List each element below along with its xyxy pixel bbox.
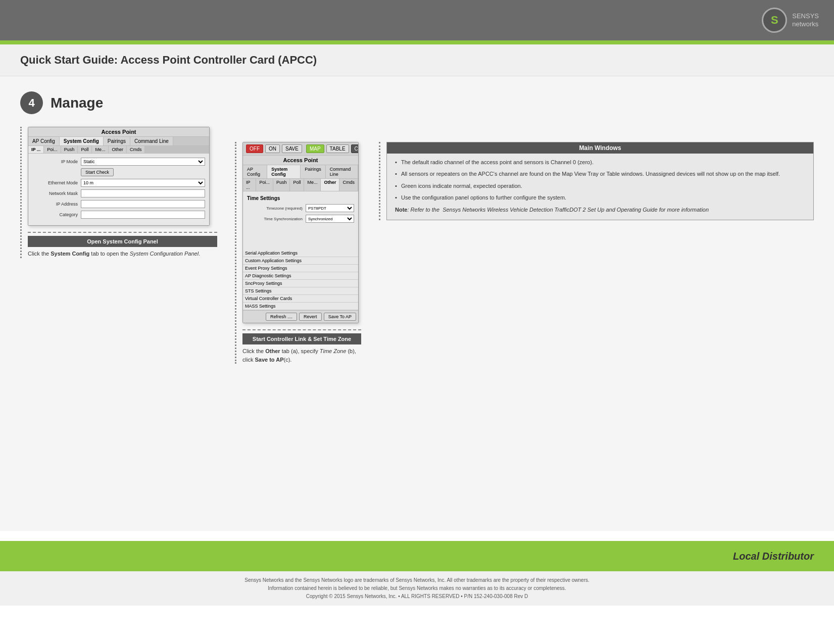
- toolbar-map-btn[interactable]: MAP: [306, 144, 324, 153]
- callout-middle-header: Start Controller Link & Set Time Zone: [242, 333, 361, 344]
- ap-subtab-poi-1[interactable]: Poi...: [44, 146, 61, 153]
- ip-mode-row: IP Mode Static: [32, 158, 205, 166]
- revert-button[interactable]: Revert: [299, 313, 322, 321]
- ap-tab-pairings-1[interactable]: Pairings: [104, 137, 130, 145]
- toolbar-off-btn[interactable]: OFF: [246, 144, 263, 153]
- ap-subtab-me-2[interactable]: Me...: [304, 179, 321, 191]
- callout-left: Open System Config Panel Click the Syste…: [28, 236, 217, 258]
- start-check-row: Start Check: [32, 168, 205, 176]
- ap-toolbar-2: OFF ON SAVE MAP TABLE CONFIG: [243, 142, 358, 156]
- ap-tabs-1: AP Config System Config Pairings Command…: [28, 137, 209, 146]
- logo-s-icon: S: [771, 14, 778, 27]
- list-item-sncproxy[interactable]: SncProxy Settings: [243, 280, 358, 287]
- start-check-button[interactable]: Start Check: [81, 168, 114, 176]
- timesync-select[interactable]: Synchronized: [306, 215, 354, 223]
- ap-tab-cmdline-2[interactable]: Command Line: [326, 165, 358, 178]
- ap-title-2: Access Point: [243, 156, 358, 165]
- list-item-sts[interactable]: STS Settings: [243, 287, 358, 295]
- step-label: Manage: [51, 95, 103, 111]
- ap-subtab-ip-2[interactable]: IP ...: [243, 179, 256, 191]
- ap-subtab-other-2[interactable]: Other: [321, 179, 339, 191]
- main-windows-list: The default radio channel of the access …: [395, 159, 805, 202]
- ip-address-label: IP Address: [32, 202, 78, 207]
- distributor-label: Local Distributor: [733, 551, 814, 562]
- category-input[interactable]: [81, 211, 205, 219]
- page-title: Quick Start Guide: Access Point Controll…: [20, 54, 814, 67]
- header-top: S SENSYS networks: [0, 0, 834, 40]
- logo-text: SENSYS networks: [792, 12, 819, 28]
- footer-bottom: Sensys Networks and the Sensys Networks …: [0, 571, 834, 606]
- ap-window-1: Access Point AP Config System Config Pai…: [28, 127, 210, 226]
- list-item-virtual[interactable]: Virtual Controller Cards: [243, 295, 358, 303]
- step-number: 4: [20, 91, 43, 114]
- mw-item-2: All sensors or repeaters on the APCC's c…: [395, 170, 805, 178]
- ap-tab-cmdline-1[interactable]: Command Line: [130, 137, 173, 145]
- ap-subtab-me-1[interactable]: Me...: [92, 146, 109, 153]
- ap-subtab-push-2[interactable]: Push: [273, 179, 290, 191]
- ip-mode-select[interactable]: Static: [81, 158, 205, 166]
- toolbar-save-btn[interactable]: SAVE: [282, 144, 302, 153]
- logo-area: S SENSYS networks: [762, 8, 819, 33]
- ap-subtabs-2: IP ... Poi... Push Poll Me... Other Cmds: [243, 179, 358, 191]
- ap-subtab-cmds-2[interactable]: Cmds: [339, 179, 358, 191]
- right-column: Main Windows The default radio channel o…: [379, 142, 814, 220]
- callout-left-text: Click the System Config tab to open the …: [28, 250, 217, 258]
- ap-body-2: Time Settings Timezone (required) PST8PD…: [243, 191, 358, 250]
- ap-tab-sysconfig-2[interactable]: System Config: [267, 165, 301, 178]
- green-bar-top: [0, 40, 834, 44]
- main-content: 4 Manage Access Point AP Config System C…: [0, 76, 834, 531]
- toolbar-on-btn[interactable]: ON: [265, 144, 280, 153]
- ap-tab-sysconfig-1[interactable]: System Config: [60, 137, 104, 145]
- ethernet-mode-select[interactable]: 10 m: [81, 179, 205, 187]
- footer-line1: Sensys Networks and the Sensys Networks …: [20, 576, 814, 584]
- ip-address-row: IP Address: [32, 200, 205, 208]
- ap-subtab-ip-1[interactable]: IP ...: [28, 146, 44, 153]
- mw-item-1: The default radio channel of the access …: [395, 159, 805, 166]
- ap-list-2: Serial Application Settings Custom Appli…: [243, 250, 358, 310]
- ip-address-input[interactable]: [81, 200, 205, 208]
- left-column: Access Point AP Config System Config Pai…: [20, 127, 217, 258]
- middle-column: OFF ON SAVE MAP TABLE CONFIG Access Poin…: [235, 142, 361, 364]
- timesync-row: Time Synchronization Synchronized: [247, 215, 354, 223]
- callout-left-header: Open System Config Panel: [28, 236, 217, 247]
- footer-green: Local Distributor: [0, 541, 834, 571]
- step-badge: 4 Manage: [20, 91, 103, 114]
- ap-subtabs-1: IP ... Poi... Push Poll Me... Other Cmds: [28, 146, 209, 154]
- list-item-apdiag[interactable]: AP Diagnostic Settings: [243, 272, 358, 280]
- ap-tab-apconfig-1[interactable]: AP Config: [28, 137, 60, 145]
- mw-item-4: Use the configuration panel options to f…: [395, 194, 805, 202]
- footer-line3: Copyright © 2015 Sensys Networks, Inc. •…: [20, 592, 814, 601]
- list-item-mass[interactable]: MASS Settings: [243, 303, 358, 310]
- toolbar-table-btn[interactable]: TABLE: [326, 144, 349, 153]
- time-settings-title: Time Settings: [247, 195, 354, 201]
- ap-footer-2: Refresh .... Revert Save To AP: [243, 310, 358, 323]
- network-mask-input[interactable]: [81, 189, 205, 197]
- category-row: Category: [32, 211, 205, 219]
- ap-subtab-other-1[interactable]: Other: [109, 146, 127, 153]
- list-item-serial[interactable]: Serial Application Settings: [243, 250, 358, 257]
- main-windows-box: Main Windows The default radio channel o…: [386, 142, 814, 220]
- timezone-select[interactable]: PST8PDT: [306, 204, 354, 212]
- ap-tab-pairings-2[interactable]: Pairings: [301, 165, 326, 178]
- dashed-sep-mid: [242, 329, 361, 330]
- main-windows-note: Note: Refer to the Sensys Networks Wirel…: [395, 206, 805, 214]
- ap-subtab-poi-2[interactable]: Poi...: [256, 179, 273, 191]
- ethernet-mode-label: Ethernet Mode: [32, 180, 78, 185]
- callout-middle: Start Controller Link & Set Time Zone Cl…: [242, 333, 361, 364]
- mw-item-3: Green icons indicate normal, expected op…: [395, 182, 805, 190]
- ap-subtab-cmds-1[interactable]: Cmds: [127, 146, 145, 153]
- main-windows-title: Main Windows: [387, 142, 813, 154]
- refresh-button[interactable]: Refresh ....: [266, 313, 297, 321]
- ap-subtab-push-1[interactable]: Push: [61, 146, 78, 153]
- category-label: Category: [32, 212, 78, 217]
- timezone-label: Timezone (required): [247, 206, 303, 211]
- list-item-custom[interactable]: Custom Application Settings: [243, 257, 358, 265]
- network-mask-label: Network Mask: [32, 191, 78, 196]
- ap-tab-apconfig-2[interactable]: AP Config: [243, 165, 267, 178]
- ap-subtab-poll-1[interactable]: Poll: [78, 146, 92, 153]
- ap-subtab-poll-2[interactable]: Poll: [290, 179, 304, 191]
- save-to-ap-button[interactable]: Save To AP: [324, 313, 356, 321]
- list-item-event[interactable]: Event Proxy Settings: [243, 265, 358, 272]
- toolbar-config-btn[interactable]: CONFIG: [351, 144, 359, 153]
- ethernet-mode-row: Ethernet Mode 10 m: [32, 179, 205, 187]
